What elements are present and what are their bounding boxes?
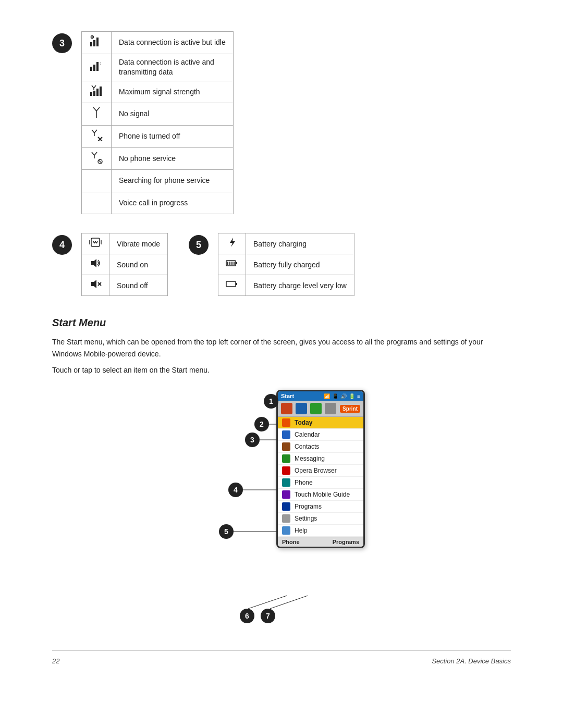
callout-2: 2 bbox=[254, 417, 269, 431]
svg-rect-44 bbox=[229, 262, 230, 265]
callout-7: 7 bbox=[261, 609, 275, 623]
table-row: No signal bbox=[82, 103, 234, 126]
table-row: Battery charging bbox=[218, 233, 354, 254]
touch-guide-icon bbox=[282, 490, 290, 499]
label-vibrate: Vibrate mode bbox=[109, 233, 168, 254]
label-no-signal: No signal bbox=[112, 103, 234, 126]
label-data-transmit: Data connection is active andtransmittin… bbox=[112, 54, 234, 81]
table-row: Vibrate mode bbox=[82, 233, 168, 254]
opera-icon bbox=[282, 466, 290, 475]
sound-on-icon bbox=[89, 257, 102, 269]
help-label: Help bbox=[295, 527, 308, 534]
icon-battery-low bbox=[218, 275, 246, 296]
phone-screen: Start 📶 📱 🔊 🔋 ≡ Sprint bbox=[276, 390, 365, 548]
svg-line-28 bbox=[99, 160, 102, 163]
svg-point-4 bbox=[92, 36, 93, 38]
phone-icon-small: 📱 bbox=[332, 393, 338, 399]
svg-line-24 bbox=[92, 152, 94, 155]
svg-line-9 bbox=[92, 85, 94, 88]
label-voice-call: Voice call in progress bbox=[112, 192, 234, 214]
svg-line-55 bbox=[270, 596, 308, 609]
footer: 22 Section 2A. Device Basics bbox=[52, 650, 511, 665]
phone-titlebar: Start 📶 📱 🔊 🔋 ≡ bbox=[278, 391, 363, 401]
svg-rect-14 bbox=[96, 89, 99, 96]
messaging-icon bbox=[282, 454, 290, 463]
menu-item-calendar[interactable]: Calendar bbox=[278, 429, 363, 441]
icon-sound-off bbox=[82, 275, 109, 296]
opera-label: Opera Browser bbox=[295, 467, 337, 474]
today-icon bbox=[282, 418, 290, 427]
sound-off-icon bbox=[89, 278, 102, 290]
svg-marker-36 bbox=[91, 259, 96, 267]
contacts-label: Contacts bbox=[295, 443, 319, 450]
menu-item-opera[interactable]: Opera Browser bbox=[278, 465, 363, 477]
bottom-phone-label[interactable]: Phone bbox=[282, 539, 300, 545]
callout-3: 3 bbox=[245, 433, 260, 447]
svg-line-10 bbox=[94, 85, 96, 88]
label-sound-on: Sound on bbox=[109, 254, 168, 275]
page-number: 22 bbox=[52, 657, 59, 665]
menu-item-touch-guide[interactable]: Touch Mobile Guide bbox=[278, 489, 363, 501]
svg-rect-46 bbox=[234, 262, 235, 265]
svg-rect-7 bbox=[96, 62, 99, 71]
phone-off-icon bbox=[89, 129, 104, 141]
label-phone-off: Phone is turned off bbox=[112, 125, 234, 147]
sprint-label: Sprint bbox=[340, 405, 360, 413]
menu-item-programs[interactable]: Programs bbox=[278, 501, 363, 513]
sections45-block: 4 Vibrate mode bbox=[52, 233, 511, 296]
no-service-icon bbox=[89, 151, 104, 164]
menu-item-contacts[interactable]: Contacts bbox=[278, 441, 363, 453]
searching-icon bbox=[89, 173, 104, 186]
svg-rect-5 bbox=[90, 67, 92, 71]
callout-4: 4 bbox=[228, 483, 243, 497]
svg-rect-2 bbox=[96, 38, 99, 46]
table-row: Sound on bbox=[82, 254, 168, 275]
programs-label: Programs bbox=[295, 503, 322, 510]
start-menu-title: Start Menu bbox=[52, 317, 511, 329]
label-max-signal: Maximum signal strength bbox=[112, 81, 234, 103]
table-row: Sound off bbox=[82, 275, 168, 296]
menu-item-messaging[interactable]: Messaging bbox=[278, 453, 363, 465]
svg-rect-45 bbox=[231, 262, 232, 265]
svg-line-25 bbox=[94, 152, 97, 155]
svg-rect-48 bbox=[236, 283, 237, 285]
start-menu-desc2: Touch or tap to select an item on the St… bbox=[52, 366, 511, 374]
icon-battery-full bbox=[218, 254, 246, 275]
max-signal-icon bbox=[89, 84, 104, 97]
svg-rect-29 bbox=[91, 238, 100, 246]
icon-no-signal bbox=[82, 103, 112, 126]
table-row: Maximum signal strength bbox=[82, 81, 234, 103]
table-row: Voice call in progress bbox=[82, 192, 234, 214]
svg-rect-42 bbox=[236, 262, 237, 264]
callout-6: 6 bbox=[240, 609, 254, 623]
table-row: ↕ Data connection is active andtransmitt… bbox=[82, 54, 234, 81]
signal-icon: 📶 bbox=[324, 393, 330, 399]
section3-table: Data connection is active but idle ↕ Dat… bbox=[81, 31, 234, 214]
svg-rect-12 bbox=[90, 92, 92, 96]
messaging-label: Messaging bbox=[295, 455, 325, 462]
section4-table: Vibrate mode Sound on bbox=[81, 233, 168, 296]
menu-item-phone[interactable]: Phone bbox=[278, 477, 363, 489]
icon-searching bbox=[82, 170, 112, 192]
menu-item-help[interactable]: Help bbox=[278, 525, 363, 537]
phone-menu-label: Phone bbox=[295, 479, 313, 486]
app-icons bbox=[281, 403, 336, 414]
bottom-programs-label[interactable]: Programs bbox=[333, 539, 359, 545]
section5-table: Battery charging Battery fully cha bbox=[218, 233, 354, 296]
titlebar-icons: 📶 📱 🔊 🔋 ≡ bbox=[324, 393, 360, 399]
icon-no-service bbox=[82, 147, 112, 170]
svg-marker-37 bbox=[91, 280, 96, 288]
label-battery-charging: Battery charging bbox=[246, 233, 354, 254]
section5-block: 5 Battery charging bbox=[189, 233, 354, 296]
label-searching: Searching for phone service bbox=[112, 170, 234, 192]
battery-charging-icon bbox=[226, 237, 238, 248]
phone-apps-row: Sprint bbox=[278, 401, 363, 417]
svg-text:↕: ↕ bbox=[100, 61, 102, 66]
phone-bottom-bar: Phone Programs bbox=[278, 537, 363, 547]
table-row: Searching for phone service bbox=[82, 170, 234, 192]
svg-line-54 bbox=[248, 596, 287, 609]
menu-item-today[interactable]: Today bbox=[278, 417, 363, 429]
menu-item-settings[interactable]: Settings bbox=[278, 513, 363, 525]
battery-low-icon bbox=[226, 278, 238, 290]
section3-badge: 3 bbox=[52, 33, 72, 53]
